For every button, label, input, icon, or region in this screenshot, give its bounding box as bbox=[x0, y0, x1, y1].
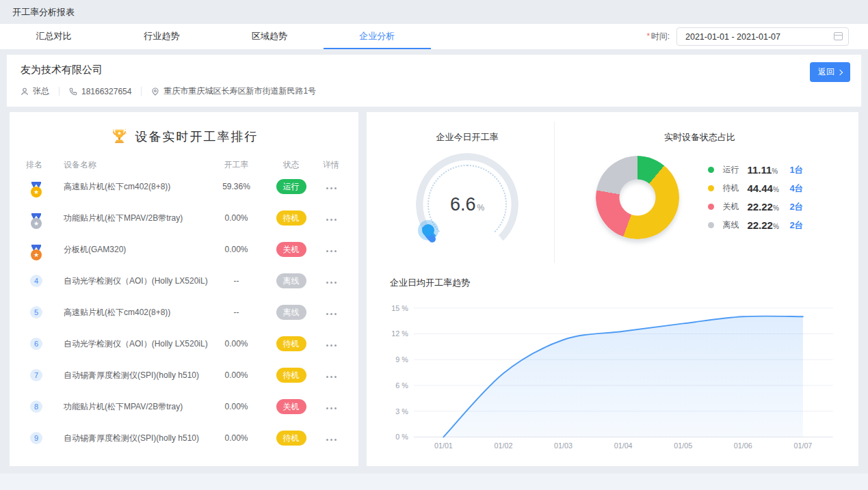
device-name: 高速贴片机(松下cm402(8+8)) bbox=[64, 307, 211, 318]
status-badge: 离线 bbox=[276, 273, 306, 288]
date-filter: *时间: bbox=[646, 24, 868, 49]
detail-more-icon[interactable] bbox=[324, 247, 339, 255]
svg-text:6 %: 6 % bbox=[395, 381, 408, 390]
status-badge: 离线 bbox=[276, 305, 306, 320]
svg-text:01/03: 01/03 bbox=[554, 441, 573, 450]
svg-text:01/06: 01/06 bbox=[734, 441, 752, 450]
tab-4[interactable]: 企业分析 bbox=[324, 24, 432, 49]
table-row: 4自动光学检测仪（AOI）(Holly LX520iL)--离线 bbox=[26, 265, 342, 297]
legend-percent: 11.11% bbox=[747, 164, 789, 176]
svg-text:01/04: 01/04 bbox=[614, 441, 633, 450]
col-name: 设备名称 bbox=[64, 159, 211, 171]
person-icon bbox=[21, 87, 29, 96]
legend-item: 运行11.11%1台 bbox=[708, 164, 803, 176]
status-badge: 关机 bbox=[276, 399, 306, 414]
tab-2[interactable]: 行业趋势 bbox=[108, 24, 216, 49]
status-badge: 待机 bbox=[276, 431, 306, 446]
ranking-table-header: 排名 设备名称 开工率 状态 详情 bbox=[26, 159, 342, 171]
divider bbox=[59, 87, 60, 96]
page-title: 开工率分析报表 bbox=[0, 0, 868, 24]
rank-number: 6 bbox=[30, 338, 42, 350]
device-ranking-panel: 设备实时开工率排行 排名 设备名称 开工率 状态 详情 ★高速贴片机(松下cm4… bbox=[10, 112, 358, 466]
phone-icon bbox=[69, 87, 77, 96]
device-rate: 0.00% bbox=[211, 370, 262, 380]
legend-percent: 44.44% bbox=[747, 182, 789, 194]
legend-label: 离线 bbox=[722, 219, 747, 231]
company-bar: 友为技术有限公司 张总 18166327654 重庆市重庆城区长寿区新市街道新民… bbox=[7, 55, 861, 107]
legend-label: 关机 bbox=[722, 201, 747, 213]
today-rate-section: 企业今日开工率 6.6% bbox=[380, 122, 555, 263]
svg-text:9 %: 9 % bbox=[395, 355, 408, 364]
today-rate-gauge: 6.6% bbox=[416, 153, 518, 256]
table-row: 8功能贴片机(松下MPAV/2B带tray)0.00%关机 bbox=[26, 391, 342, 422]
legend-item: 关机22.22%2台 bbox=[708, 201, 803, 213]
col-detail: 详情 bbox=[320, 159, 342, 171]
table-row: 6自动光学检测仪（AOI）(Holly LX520iL)0.00%待机 bbox=[26, 328, 342, 359]
device-rate: 0.00% bbox=[211, 213, 262, 223]
legend-count-link[interactable]: 1台 bbox=[789, 164, 803, 176]
legend-count-link[interactable]: 2台 bbox=[789, 219, 803, 232]
col-rank: 排名 bbox=[26, 159, 64, 171]
legend-count-link[interactable]: 4台 bbox=[789, 182, 803, 195]
device-name: 功能贴片机(松下MPAV/2B带tray) bbox=[64, 401, 211, 413]
legend-dot-icon bbox=[708, 185, 714, 191]
device-rate: 0.00% bbox=[211, 433, 262, 443]
detail-more-icon[interactable] bbox=[324, 216, 339, 223]
legend-item: 待机44.44%4台 bbox=[708, 182, 803, 195]
gauge-value: 6.6% bbox=[416, 153, 518, 256]
legend-item: 离线22.22%2台 bbox=[708, 219, 803, 232]
device-rate: 59.36% bbox=[211, 182, 262, 191]
legend-dot-icon bbox=[708, 222, 714, 228]
rank-number: 7 bbox=[30, 369, 42, 381]
legend-dot-icon bbox=[708, 204, 714, 210]
back-button[interactable]: 返回 bbox=[810, 62, 850, 82]
status-badge: 待机 bbox=[276, 368, 306, 383]
col-status: 状态 bbox=[262, 159, 320, 171]
detail-more-icon[interactable] bbox=[324, 373, 339, 381]
detail-more-icon[interactable] bbox=[324, 185, 339, 192]
trend-title: 企业日均开工率趋势 bbox=[390, 277, 845, 289]
detail-more-icon[interactable] bbox=[324, 279, 339, 286]
svg-text:3 %: 3 % bbox=[395, 407, 408, 416]
table-row: ★分板机(GAM320)0.00%关机 bbox=[26, 234, 342, 265]
rank-number: 5 bbox=[30, 306, 42, 318]
col-rate: 开工率 bbox=[211, 159, 262, 171]
table-row: ★高速贴片机(松下cm402(8+8))59.36%运行 bbox=[26, 171, 342, 202]
detail-more-icon[interactable] bbox=[324, 342, 339, 349]
legend-count-link[interactable]: 2台 bbox=[789, 201, 803, 213]
device-name: 分板机(GAM320) bbox=[64, 244, 211, 256]
ranking-table-body: ★高速贴片机(松下cm402(8+8))59.36%运行★功能贴片机(松下MPA… bbox=[26, 171, 342, 454]
svg-text:0 %: 0 % bbox=[395, 433, 408, 441]
contact-person: 张总 bbox=[21, 85, 49, 97]
trophy-icon bbox=[110, 127, 129, 146]
donut-title: 实时设备状态占比 bbox=[664, 131, 735, 144]
table-row: ★功能贴片机(松下MPAV/2B带tray)0.00%待机 bbox=[26, 202, 342, 234]
svg-text:01/02: 01/02 bbox=[495, 441, 513, 450]
device-name: 自动光学检测仪（AOI）(Holly LX520iL) bbox=[64, 338, 211, 350]
tab-1[interactable]: 汇总对比 bbox=[0, 24, 108, 49]
device-rate: 0.00% bbox=[211, 402, 262, 411]
status-badge: 关机 bbox=[276, 242, 306, 257]
required-mark: * bbox=[646, 31, 650, 41]
location-pin-icon bbox=[151, 87, 159, 96]
contact-phone: 18166327654 bbox=[69, 87, 131, 96]
detail-more-icon[interactable] bbox=[324, 436, 339, 444]
status-legend: 运行11.11%1台待机44.44%4台关机22.22%2台离线22.22%2台 bbox=[708, 164, 803, 232]
status-badge: 待机 bbox=[276, 210, 306, 226]
date-filter-label: *时间: bbox=[646, 31, 670, 42]
legend-dot-icon bbox=[708, 167, 714, 173]
device-name: 自动锡膏厚度检测仪(SPI)(holly h510) bbox=[64, 370, 211, 381]
svg-text:01/07: 01/07 bbox=[793, 441, 812, 450]
company-name: 友为技术有限公司 bbox=[21, 64, 847, 77]
date-range-input[interactable] bbox=[676, 27, 849, 46]
table-row: 5高速贴片机(松下cm402(8+8))--离线 bbox=[26, 297, 342, 328]
svg-text:01/05: 01/05 bbox=[674, 441, 692, 450]
svg-text:15 %: 15 % bbox=[391, 304, 408, 312]
calendar-icon[interactable] bbox=[834, 32, 843, 40]
svg-text:01/01: 01/01 bbox=[434, 441, 453, 450]
tab-3[interactable]: 区域趋势 bbox=[215, 24, 324, 49]
detail-more-icon[interactable] bbox=[324, 310, 339, 318]
footer bbox=[0, 474, 868, 490]
detail-more-icon[interactable] bbox=[324, 405, 339, 412]
divider bbox=[141, 87, 142, 96]
